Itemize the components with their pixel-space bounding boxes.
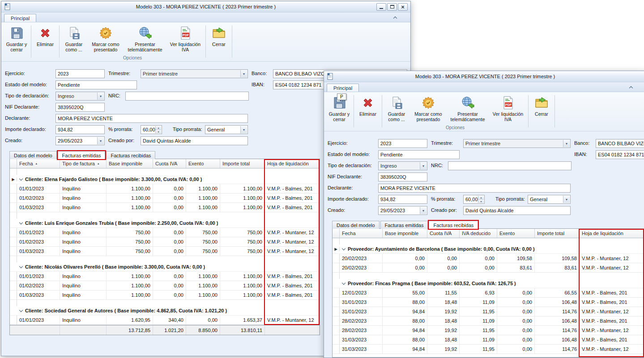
nrc-input[interactable]: [448, 161, 571, 170]
column-header-base-imponible[interactable]: Base imponible: [383, 229, 427, 238]
table-row[interactable]: 31/03/202388,0018,4811,090,00106,48V.M.P…: [333, 335, 644, 345]
chevron-down-icon[interactable]: ▾: [240, 70, 247, 77]
close-button[interactable]: Cerrar: [529, 93, 554, 131]
prorrata-stepper[interactable]: 60,00▴▾: [141, 125, 162, 134]
ejercicio-input[interactable]: 2023: [55, 69, 105, 78]
tab-facturas-recibidas[interactable]: Facturas recibidas: [106, 151, 155, 159]
table-row[interactable]: 01/03/2023Inquilino750,000,00750,00750,0…: [10, 247, 320, 256]
table-row[interactable]: 31/01/202388,0018,4811,090,00106,48V.M.P…: [333, 298, 644, 307]
column-header-tipo-de-factura[interactable]: Tipo de factura▴: [60, 159, 107, 168]
chevron-down-icon[interactable]: ▾: [97, 137, 104, 144]
creado-por-input[interactable]: David Quintas Alcalde: [141, 136, 248, 145]
view-vat-button[interactable]: PDFVer liquidación IVA: [166, 24, 205, 55]
column-header-importe-total[interactable]: Importe total: [220, 159, 265, 168]
close-button[interactable]: Cerrar: [207, 24, 231, 61]
table-row[interactable]: 01/03/2023Inquilino1.100,000,001.100,001…: [10, 203, 320, 212]
creado-por-input[interactable]: David Quintas Alcalde: [463, 206, 571, 215]
tipo-prorrata-select[interactable]: General▾: [205, 125, 248, 134]
tab-facturas-recibidas[interactable]: Facturas recibidas: [429, 221, 478, 229]
collapse-ribbon-button[interactable]: [627, 84, 635, 90]
prorrata-stepper[interactable]: 60,00▴▾: [463, 195, 485, 204]
group-header[interactable]: Cliente: Luis Enrique Gonzales Trubia ( …: [10, 219, 320, 228]
column-header-cuota-iva[interactable]: Cuota IVA: [427, 229, 460, 238]
table-row[interactable]: 12/01/202355,0011,556,930,0066,55V.M.P. …: [333, 288, 644, 298]
minimize-button[interactable]: [376, 3, 386, 11]
save-as-button[interactable]: Guardar como ...: [383, 93, 410, 125]
creado-date-select[interactable]: 29/05/2023▾: [378, 206, 427, 215]
column-header-exento[interactable]: Exento: [497, 229, 535, 238]
nrc-input[interactable]: [125, 92, 249, 101]
table-row[interactable]: 01/01/2023Inquilino750,000,00750,00750,0…: [10, 228, 320, 237]
ribbon-tab-principal[interactable]: Principal: [327, 84, 359, 92]
mark-presented-button[interactable]: Marcar como presentado: [410, 93, 447, 125]
trimestre-select[interactable]: Primer trimestre▾: [463, 139, 571, 148]
view-vat-button[interactable]: PDFVer liquidación IVA: [489, 93, 527, 125]
group-header[interactable]: Cliente: Sociedad General de Autores ( B…: [10, 306, 320, 316]
column-header-base-imponible[interactable]: Base imponible: [107, 159, 153, 168]
iban-input[interactable]: ES04 0182 1234 8712: [596, 150, 644, 159]
table-row[interactable]: 20/02/20230,000,000,00109,58109,58V.M.P.…: [333, 254, 644, 263]
close-window-button[interactable]: [398, 3, 408, 11]
ejercicio-input[interactable]: 2023: [378, 139, 427, 148]
group-header[interactable]: Proveedor: Fincas Pragma ( Base imponibl…: [333, 279, 644, 288]
importe-input[interactable]: 934,82: [55, 125, 105, 134]
collapse-ribbon-button[interactable]: [392, 15, 399, 21]
save-as-button[interactable]: Guardar como ...: [60, 24, 87, 55]
table-row[interactable]: 01/02/2023Inquilino1.100,000,001.100,001…: [10, 281, 320, 291]
present-online-button[interactable]: Presentar telemáticamente: [124, 24, 166, 55]
column-header-fecha[interactable]: Fecha▴: [17, 159, 60, 168]
banco-input[interactable]: BANCO BILBAO VIZCAY: [596, 139, 644, 148]
chevron-down-icon[interactable]: ▾: [240, 126, 247, 133]
table-row[interactable]: 31/01/202394,8419,9211,950,00114,76V.M.P…: [333, 307, 644, 316]
group-header[interactable]: Cliente: Nicolás Olivares Perelló ( Base…: [10, 262, 320, 272]
table-row[interactable]: 01/02/2023Inquilino1.100,000,001.100,001…: [10, 194, 320, 203]
present-online-button[interactable]: Presentar telemáticamente: [447, 93, 489, 125]
collapse-group-icon[interactable]: [342, 281, 345, 285]
collapse-group-icon[interactable]: [19, 265, 23, 268]
chevron-down-icon[interactable]: ▾: [97, 93, 104, 100]
declarante-input[interactable]: MORA PEREZ VICENTE: [55, 114, 248, 123]
tab-facturas-emitidas[interactable]: Facturas emitidas: [380, 221, 428, 229]
titlebar[interactable]: Modelo 303 - MORA PEREZ VICENTE ( 2023 P…: [324, 71, 644, 82]
table-row[interactable]: 01/01/2023Inquilino1.100,000,001.100,001…: [10, 272, 320, 281]
nif-input[interactable]: 38395020Q: [378, 173, 427, 181]
chevron-down-icon[interactable]: ▾: [563, 196, 570, 203]
tipo-prorrata-select[interactable]: General▾: [528, 195, 571, 204]
table-row[interactable]: 01/02/2023Inquilino750,000,00750,00750,0…: [10, 237, 320, 247]
collapse-group-icon[interactable]: [342, 247, 345, 250]
declarante-input[interactable]: MORA PEREZ VICENTE: [378, 184, 571, 193]
importe-input[interactable]: 934,82: [378, 195, 427, 204]
collapse-group-icon[interactable]: [19, 308, 23, 312]
sort-asc-icon[interactable]: ▴: [98, 162, 99, 165]
table-row[interactable]: 01/03/2023Inquilino1.100,000,001.100,001…: [10, 291, 320, 300]
collapse-group-icon[interactable]: [19, 221, 23, 224]
tipo-declaracion-select[interactable]: Ingreso▾: [378, 161, 427, 170]
table-row[interactable]: 31/03/202394,8419,9211,950,00114,76V.M.P…: [333, 345, 644, 354]
table-row[interactable]: 28/02/202388,0018,4811,090,00106,48V.M.P…: [333, 316, 644, 326]
chevron-down-icon[interactable]: ▾: [420, 207, 426, 214]
group-header[interactable]: ▶Cliente: Elena Fajardo Galisteo ( Base …: [10, 175, 320, 184]
tab-datos-del-modelo[interactable]: Datos del modelo: [332, 221, 380, 229]
table-row[interactable]: 20/02/20230,000,000,0083,6183,61V.M.P. -…: [333, 263, 644, 273]
delete-button[interactable]: Eliminar: [32, 24, 58, 61]
column-header-importe-total[interactable]: Importe total: [535, 229, 580, 238]
nif-input[interactable]: 38395020Q: [55, 103, 105, 112]
titlebar[interactable]: Modelo 303 - MORA PEREZ VICENTE ( 2023 P…: [1, 1, 410, 13]
delete-button[interactable]: Eliminar: [355, 93, 381, 131]
collapse-group-icon[interactable]: [19, 177, 23, 181]
column-header-hoja-de-liquidacion[interactable]: Hoja de liquidación: [265, 159, 320, 168]
estado-input[interactable]: Pendiente: [55, 80, 137, 89]
ribbon-tab-principal[interactable]: Principal: [4, 14, 36, 22]
column-header-hoja-de-liquidacion[interactable]: Hoja de liquidación: [580, 229, 644, 238]
column-header-fecha[interactable]: Fecha: [340, 229, 383, 238]
column-header-iva-deducido[interactable]: IVA deducido: [460, 229, 497, 238]
trimestre-select[interactable]: Primer trimestre▾: [141, 69, 248, 78]
creado-date-select[interactable]: 29/05/2023▾: [55, 136, 105, 145]
sort-asc-icon[interactable]: ▴: [36, 162, 38, 165]
spinner-arrows-icon[interactable]: ▴▾: [155, 126, 161, 133]
column-header-exento[interactable]: Exento: [186, 159, 220, 168]
tab-datos-del-modelo[interactable]: Datos del modelo: [9, 151, 57, 159]
chevron-down-icon[interactable]: ▾: [420, 162, 426, 169]
table-row[interactable]: 28/02/202394,8419,9211,950,00114,76V.M.P…: [333, 326, 644, 335]
save-close-button[interactable]: Guardar y cerrar: [3, 24, 30, 61]
